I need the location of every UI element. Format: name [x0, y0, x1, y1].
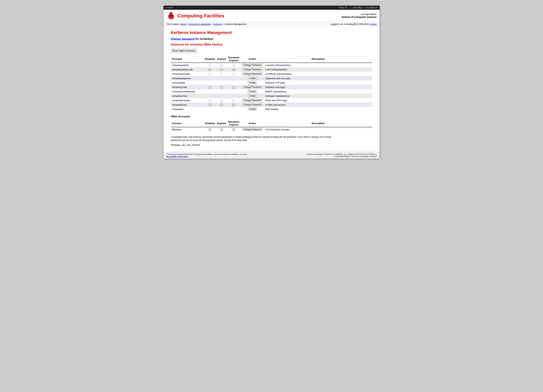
footer-right: Instance Manager 2019-03-21 ca96391e (rc…	[307, 153, 377, 157]
cell-expired	[216, 76, 227, 80]
cell-pw-expired	[227, 102, 240, 107]
action-button[interactable]: Create	[248, 77, 257, 80]
table-row: mrhanley/cyradm Change Password ♦CORVID …	[171, 72, 372, 76]
breadcrumb-home[interactable]: Home	[180, 23, 186, 25]
nav-home[interactable]: » Home	[165, 6, 173, 9]
checkbox-icon	[209, 86, 211, 89]
cell-account: Windows	[171, 127, 204, 132]
cell-disabled	[204, 89, 216, 94]
cell-description: ♦System Administration	[264, 63, 372, 67]
action-button[interactable]: Create	[248, 94, 257, 98]
cell-action: Change Password	[240, 72, 264, 76]
cell-principal: mrhanley/admin-afs	[171, 67, 204, 72]
cell-description: Plaintext mail login	[264, 85, 372, 89]
breadcrumb-sep1: >	[187, 23, 188, 25]
show-hidden-button[interactable]: Show hidden instances	[171, 49, 197, 53]
table-row: mrhanley/mail Change Password Plaintext …	[171, 85, 372, 89]
checkbox-icon	[232, 86, 235, 89]
change-password-link[interactable]: Change password	[171, 37, 195, 40]
cell-pw-expired	[227, 80, 240, 85]
carnegie-mellon: Carnegie Mellon	[342, 13, 377, 16]
th-other-disabled: Disabled	[204, 120, 216, 127]
cell-principal: mrhanley/mail	[171, 85, 204, 89]
checkbox-icon	[220, 86, 223, 89]
table-row: mrhanley/admin Change Password ♦System A…	[171, 63, 372, 67]
cell-pw-expired	[227, 72, 240, 76]
logout-link[interactable]: Logout	[370, 23, 377, 25]
cell-disabled	[204, 102, 216, 107]
checkbox-icon	[232, 129, 235, 131]
table-row: mrhanley/z Create Web Zephyr	[171, 107, 372, 111]
nav-sitemap[interactable]: » Site Map	[352, 6, 362, 9]
page-title: Kerberos Instance Management	[171, 30, 372, 35]
breadcrumb-sep2: >	[211, 23, 213, 25]
nav-howto[interactable]: » How To...	[338, 6, 349, 9]
breadcrumb-kerberos[interactable]: Kerberos	[213, 23, 222, 25]
action-button[interactable]: Change Password	[242, 72, 263, 76]
cell-principal: mrhanley/daemon	[171, 76, 204, 80]
diamond-icon: ♦	[265, 103, 267, 106]
cell-description: SCS Windows Domain	[264, 127, 372, 132]
checkbox-icon	[220, 64, 223, 67]
cell-pw-expired	[227, 67, 240, 72]
diamond-icon: ♦	[265, 73, 267, 75]
cell-expired	[216, 67, 227, 72]
cell-description: Plaintext FTP login	[264, 80, 372, 85]
th-other-description: Description	[264, 120, 372, 127]
checkbox-icon	[209, 73, 211, 75]
checkbox-icon	[220, 129, 223, 131]
nav-sep2: |	[363, 6, 364, 9]
cell-description: iPass and VPN login	[264, 98, 372, 102]
accessibility-link[interactable]: Accessibility information	[166, 155, 188, 157]
cell-expired	[216, 107, 227, 111]
cell-pw-expired	[227, 94, 240, 98]
cell-pw-expired	[227, 98, 240, 102]
cell-principal: mrhanley/misc	[171, 94, 204, 98]
th-principal: Principal	[171, 55, 204, 63]
cell-pw-expired	[227, 107, 240, 111]
action-button[interactable]: Change Password	[242, 63, 263, 67]
table-row: mrhanley/remote Change Password iPass an…	[171, 98, 372, 102]
table-row: mrhanley/misc Create Software maintainan…	[171, 94, 372, 98]
instances-title: Instances for mrhanley (Mike Hanley)	[171, 43, 372, 46]
action-button[interactable]: Change Password	[242, 128, 263, 131]
nav-contact[interactable]: » Contact Us	[365, 6, 378, 9]
action-button[interactable]: Change Password	[242, 99, 263, 102]
table-row: Windows Change Password SCS Windows Doma…	[171, 127, 372, 132]
action-button[interactable]: Create	[248, 81, 257, 84]
change-password-suffix: for mrhanley♦	[195, 37, 214, 40]
instances-table: Principal Disabled Expired PasswordExpir…	[171, 55, 372, 111]
cell-description: ♦CORVID Administration	[264, 72, 372, 76]
cell-expired	[216, 85, 227, 89]
cell-action: Create	[240, 80, 264, 85]
action-button[interactable]: Change Password	[242, 85, 263, 89]
breadcrumb-prefix: Your location:	[166, 23, 180, 25]
svg-point-6	[170, 14, 170, 15]
cell-disabled	[204, 107, 216, 111]
cell-description: Web Zephyr	[264, 107, 372, 111]
cell-expired	[216, 80, 227, 85]
breadcrumb-accounts[interactable]: Accounts & passwords	[188, 23, 211, 25]
action-button[interactable]: Create	[248, 90, 257, 93]
action-button[interactable]: Change Password	[242, 103, 263, 106]
checkbox-icon	[209, 99, 211, 102]
privileges-text: Privileges: see_user_fullname	[171, 144, 372, 146]
cell-expired	[216, 72, 227, 76]
table-row: mrhanley/maildelivery Create MMDF mail d…	[171, 89, 372, 94]
change-password-heading: Change password for mrhanley♦	[171, 37, 372, 40]
th-other-expired: Expired	[216, 120, 227, 127]
checkbox-icon	[220, 69, 223, 71]
cell-action: Create	[240, 76, 264, 80]
th-other-password-expired: PasswordExpired	[227, 120, 240, 127]
note-diamond: ♦	[171, 136, 172, 138]
footer-maintained: This site is maintained by SCS Computing…	[166, 153, 248, 155]
cell-action: Create	[240, 107, 264, 111]
top-nav: » Home » How To... | » Site Map | » Cont…	[164, 6, 380, 10]
cell-principal: mrhanley/z	[171, 107, 204, 111]
nav-sep1: |	[350, 6, 351, 9]
action-button[interactable]: Change Password	[242, 68, 263, 71]
action-button[interactable]: Create	[248, 107, 257, 111]
th-account: Account	[171, 120, 204, 127]
cell-disabled	[204, 72, 216, 76]
cell-principal: mrhanley/admin	[171, 63, 204, 67]
